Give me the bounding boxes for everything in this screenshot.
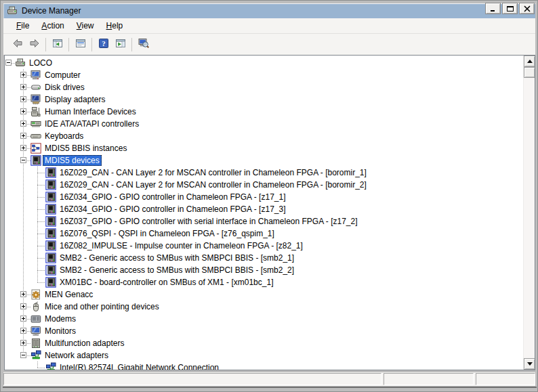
disk-drive-icon [30,82,41,93]
vertical-scrollbar[interactable] [523,56,535,370]
tree-item[interactable]: SMB2 - Generic access to SMBus with SMBP… [5,264,523,276]
tree-item[interactable]: XM01BC - board-controller on SMBus of XM… [5,276,523,288]
svg-text:?: ? [102,39,106,47]
status-pane [3,373,381,385]
tree-item[interactable]: 16Z034_GPIO - GPIO controller in Chamele… [5,203,523,215]
tree-item-label: Intel(R) 82574L Gigabit Network Connecti… [58,362,221,370]
menu-file[interactable]: File [10,19,35,32]
tree-item[interactable]: SMB2 - Generic access to SMBus with SMBP… [5,252,523,264]
tree-item[interactable]: Display adapters [5,93,523,106]
scroll-up-button[interactable] [524,56,535,67]
tree-item[interactable]: Computer [5,69,523,81]
expand-plus-toggle[interactable] [20,84,26,90]
modem-icon [30,313,41,324]
back-button[interactable] [9,37,26,53]
scroll-down-button[interactable] [524,358,535,370]
menu-action[interactable]: Action [35,19,70,32]
tree-item[interactable]: 16Z029_CAN - CAN Layer 2 for MSCAN contr… [5,167,523,179]
window-title: Device Manager [22,6,81,16]
collapse-minus-toggle[interactable] [20,352,26,358]
display-adapter-icon [30,94,41,105]
tree-item[interactable]: 16Z037_GPIO - GPIO controller with seria… [5,215,523,227]
mdis-device-icon [45,277,56,288]
tree-item-label: 16Z029_CAN - CAN Layer 2 for MSCAN contr… [58,167,369,178]
show-hide-action-pane-button[interactable] [112,37,129,53]
scan-for-hardware-changes-icon [138,38,149,51]
device-tree: LOCOComputerDisk drivesDisplay adaptersH… [5,56,523,370]
toolbar-separator [45,38,46,51]
tree-item[interactable]: Mice and other pointing devices [5,301,523,313]
menu-help[interactable]: Help [100,19,129,32]
tree-item-label: 16Z082_IMPULSE - Impulse counter in Cham… [58,240,305,251]
expand-plus-toggle[interactable] [20,108,26,114]
tree-item[interactable]: Network adapters [5,349,523,362]
tree-item-label: 16Z034_GPIO - GPIO controller in Chamele… [58,204,288,215]
tree-item-label: MEN Genacc [43,289,95,300]
close-button[interactable] [519,3,535,14]
toolbar-separator [91,38,92,51]
scrollbar-thumb[interactable] [524,67,535,78]
expand-plus-toggle[interactable] [20,340,26,346]
help-button[interactable]: ? [95,37,112,53]
bbis-instance-icon [30,143,41,154]
tree-item-label: SMB2 - Generic access to SMBus with SMBP… [58,265,296,276]
tree-item-label: Human Interface Devices [43,106,138,117]
hid-icon [30,106,41,117]
mdis-device-icon [45,265,56,276]
window-controls [485,3,535,14]
mdis-device-icon [45,192,56,202]
expand-plus-toggle[interactable] [20,72,26,78]
expand-plus-toggle[interactable] [20,328,26,334]
tree-item[interactable]: Human Interface Devices [5,106,523,118]
collapse-minus-toggle[interactable] [20,157,26,163]
tree-item[interactable]: 16Z034_GPIO - GPIO controller in Chamele… [5,191,523,203]
device-manager-window: Device Manager FileActionViewHelp ? LOCO… [0,0,538,392]
expand-plus-toggle[interactable] [20,133,26,139]
tree-item-label: Display adapters [43,94,107,105]
tree-item-label: Multifunction adapters [43,338,126,349]
expand-plus-toggle[interactable] [20,121,26,127]
tree-item[interactable]: LOCO [5,57,523,69]
maximize-button[interactable] [502,3,518,14]
tree-item[interactable]: Disk drives [5,81,523,93]
tree-item[interactable]: 16Z029_CAN - CAN Layer 2 for MSCAN contr… [5,179,523,191]
menu-bar: FileActionViewHelp [3,18,535,33]
tree-item[interactable]: Keyboards [5,130,523,142]
properties-button[interactable] [72,37,89,53]
tree-item[interactable]: MDIS5 devices [5,154,523,167]
tree-item[interactable]: MDIS5 BBIS instances [5,142,523,154]
tree-item[interactable]: Monitors [5,325,523,337]
tree-item[interactable]: 16Z082_IMPULSE - Impulse counter in Cham… [5,240,523,252]
tree-item[interactable]: IDE ATA/ATAPI controllers [5,118,523,130]
gear-document-icon [30,289,41,300]
network-adapter-icon [30,350,41,361]
menu-view[interactable]: View [70,19,100,32]
mouse-icon [30,301,41,312]
maximize-icon [506,3,514,15]
arrow-up-icon [527,60,533,63]
arrow-down-icon [527,362,533,366]
mdis-device-icon [45,240,56,251]
expand-plus-toggle[interactable] [20,291,26,297]
minimize-button[interactable] [485,3,501,14]
tree-item[interactable]: Modems [5,313,523,325]
toolbar: ? [3,33,535,55]
forward-button[interactable] [26,37,43,53]
expand-plus-toggle[interactable] [20,145,26,151]
expand-plus-toggle[interactable] [20,96,26,102]
expand-plus-toggle[interactable] [20,315,26,322]
tree-item-label: Keyboards [43,131,85,141]
show-hide-console-tree-button[interactable] [49,37,66,53]
tree-item[interactable]: MEN Genacc [5,288,523,301]
tree-item[interactable]: Intel(R) 82574L Gigabit Network Connecti… [5,362,523,370]
tree-item[interactable]: 16Z076_QSPI - QSPI in Chameleon FPGA - [… [5,227,523,240]
mdis-device-icon [45,216,56,227]
tree-item-label: SMB2 - Generic access to SMBus with SMBP… [58,253,296,263]
forward-icon [29,38,40,51]
computer-root-icon [15,58,26,68]
tree-item[interactable]: Multifunction adapters [5,337,523,349]
expand-plus-toggle[interactable] [20,303,26,309]
computer-icon [30,70,41,81]
collapse-minus-toggle[interactable] [5,60,12,66]
scan-for-hardware-changes-button[interactable] [135,37,152,53]
